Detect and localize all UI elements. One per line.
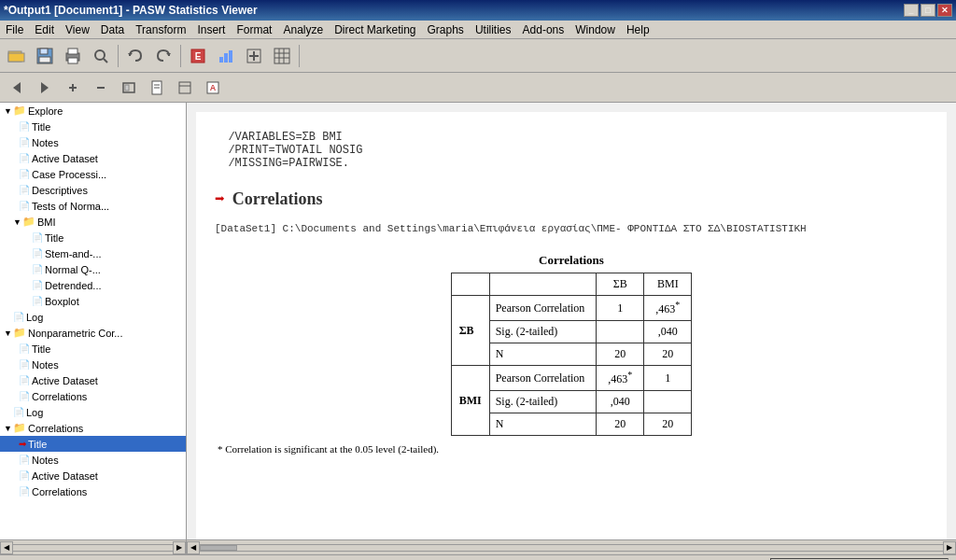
svg-line-9 — [104, 59, 107, 63]
zoom-out-button[interactable] — [88, 76, 114, 100]
insert-text-button[interactable]: A — [200, 76, 226, 100]
close-button[interactable]: ✕ — [937, 4, 952, 17]
tree-item-explore-title[interactable]: 📄 Title — [0, 119, 186, 134]
tree-item-log1[interactable]: 📄 Log — [0, 309, 186, 325]
cell-bmi-sig2 — [644, 391, 692, 413]
tree-item-correlations[interactable]: ▼ 📁 Correlations — [0, 420, 186, 436]
menu-view[interactable]: View — [60, 21, 95, 38]
cell-sb-n: 20 — [597, 343, 644, 366]
tree-item-nonparam-corr[interactable]: 📄 Correlations — [0, 388, 186, 404]
code-line-2: /PRINT=TWOTAIL NOSIG — [215, 144, 928, 157]
export-button[interactable]: E — [185, 43, 211, 69]
tree-item-explore-case[interactable]: 📄 Case Processi... — [0, 166, 186, 182]
menu-edit[interactable]: Edit — [29, 21, 60, 38]
menu-data[interactable]: Data — [95, 21, 130, 38]
open-button[interactable] — [4, 43, 30, 69]
col-header-empty2 — [489, 273, 597, 296]
cell-bmi-n2: 20 — [644, 413, 692, 436]
tree-item-explore-tests[interactable]: 📄 Tests of Norma... — [0, 198, 186, 214]
tree-label: Notes — [32, 137, 59, 148]
tree-item-nonparam-title[interactable]: 📄 Title — [0, 341, 186, 357]
tree-label: Nonparametric Cor... — [28, 328, 122, 339]
tree-item-explore-notes[interactable]: 📄 Notes — [0, 134, 186, 150]
tree-label: BMI — [37, 217, 56, 228]
expand-icon: ▼ — [4, 424, 13, 433]
view-button[interactable] — [116, 76, 142, 100]
menu-help[interactable]: Help — [621, 21, 655, 38]
insert-button[interactable] — [241, 43, 267, 69]
tree-panel: ▼ 📁 Explore 📄 Title 📄 Notes 📄 Active Dat… — [0, 103, 187, 539]
right-hscroll: ◀ ▶ — [187, 540, 956, 554]
expand-icon: ▼ — [4, 329, 13, 338]
menu-insert[interactable]: Insert — [191, 21, 231, 38]
menu-transform[interactable]: Transform — [130, 21, 191, 38]
tree-label: Explore — [28, 105, 63, 117]
tree-label: Correlations — [32, 391, 87, 402]
print-button[interactable] — [60, 43, 86, 69]
maximize-button[interactable]: □ — [921, 4, 935, 17]
col-header-empty1 — [451, 273, 489, 296]
menu-addons[interactable]: Add-ons — [517, 21, 570, 38]
back-button[interactable] — [4, 76, 30, 100]
cell-sb-sig — [597, 321, 644, 343]
tree-label: Notes — [32, 359, 59, 371]
menu-file[interactable]: File — [0, 21, 29, 38]
forward-button[interactable] — [32, 76, 58, 100]
tree-item-nonparam[interactable]: ▼ 📁 Nonparametric Cor... — [0, 325, 186, 341]
right-left-scroll-btn[interactable]: ◀ — [187, 541, 200, 554]
tree-item-bmi-stem[interactable]: 📄 Stem-and-... — [0, 245, 186, 261]
tree-item-corr-notes[interactable]: 📄 Notes — [0, 452, 186, 468]
layout-button[interactable] — [172, 76, 198, 100]
tree-label: Active Dataset — [32, 470, 98, 482]
menu-graphs[interactable]: Graphs — [422, 21, 470, 38]
svg-rect-16 — [229, 50, 232, 63]
tree-label: Case Processi... — [32, 169, 106, 180]
tree-item-explore[interactable]: ▼ 📁 Explore — [0, 103, 186, 119]
tree-item-nonparam-notes[interactable]: 📄 Notes — [0, 357, 186, 372]
table-button[interactable] — [269, 43, 295, 69]
minimize-button[interactable]: _ — [904, 4, 919, 17]
tree-item-nonparam-active[interactable]: 📄 Active Dataset — [0, 372, 186, 388]
redo-button[interactable] — [150, 43, 176, 69]
svg-rect-35 — [179, 82, 190, 93]
row-label: Sig. (2-tailed) — [489, 321, 597, 343]
zoom-in-button[interactable] — [60, 76, 86, 100]
toolbar-sep-3 — [299, 45, 300, 67]
menu-direct-marketing[interactable]: Direct Marketing — [329, 21, 421, 38]
tree-item-bmi[interactable]: ▼ 📁 BMI — [0, 214, 186, 230]
tree-item-bmi-boxplot[interactable]: 📄 Boxplot — [0, 293, 186, 309]
hscroll-thumb[interactable] — [200, 545, 237, 551]
left-scroll-btn[interactable]: ◀ — [0, 541, 13, 554]
right-right-scroll-btn[interactable]: ▶ — [943, 541, 956, 554]
tree-item-bmi-normal[interactable]: 📄 Normal Q-... — [0, 261, 186, 277]
toolbar: E — [0, 39, 956, 73]
menu-utilities[interactable]: Utilities — [470, 21, 517, 38]
find-button[interactable] — [88, 43, 114, 69]
tree-item-corr-title[interactable]: ➡ Title — [0, 436, 186, 452]
right-hscroll-track — [200, 544, 943, 552]
tree-item-log2[interactable]: 📄 Log — [0, 404, 186, 420]
col-header-bmi: BMI — [644, 273, 692, 296]
tree-label: Title — [32, 343, 50, 355]
undo-button[interactable] — [122, 43, 148, 69]
expand-icon: ▼ — [13, 217, 22, 227]
tree-item-bmi-title[interactable]: 📄 Title — [0, 230, 186, 245]
tree-item-corr-active[interactable]: 📄 Active Dataset — [0, 468, 186, 483]
menu-format[interactable]: Format — [231, 21, 277, 38]
page-button[interactable] — [144, 76, 170, 100]
nav-bar: A — [0, 73, 956, 103]
tree-item-corr-correlations[interactable]: 📄 Correlations — [0, 483, 186, 499]
chart-button[interactable] — [213, 43, 239, 69]
tree-item-explore-desc[interactable]: 📄 Descriptives — [0, 182, 186, 198]
right-scroll-btn[interactable]: ▶ — [173, 541, 186, 554]
tree-item-bmi-detrended[interactable]: 📄 Detrended... — [0, 277, 186, 293]
save-button[interactable] — [32, 43, 58, 69]
tree-item-explore-active[interactable]: 📄 Active Dataset — [0, 150, 186, 166]
tree-label: Title — [32, 121, 50, 133]
menu-window[interactable]: Window — [569, 21, 621, 38]
menu-analyze[interactable]: Analyze — [277, 21, 329, 38]
tree-label: Detrended... — [45, 280, 102, 291]
output-panel[interactable]: /VARIABLES=ΣΒ BMI /PRINT=TWOTAIL NOSIG /… — [187, 103, 956, 539]
code-line-1: /VARIABLES=ΣΒ BMI — [215, 131, 928, 144]
cell-sb-pearson2: ,463* — [597, 366, 644, 391]
